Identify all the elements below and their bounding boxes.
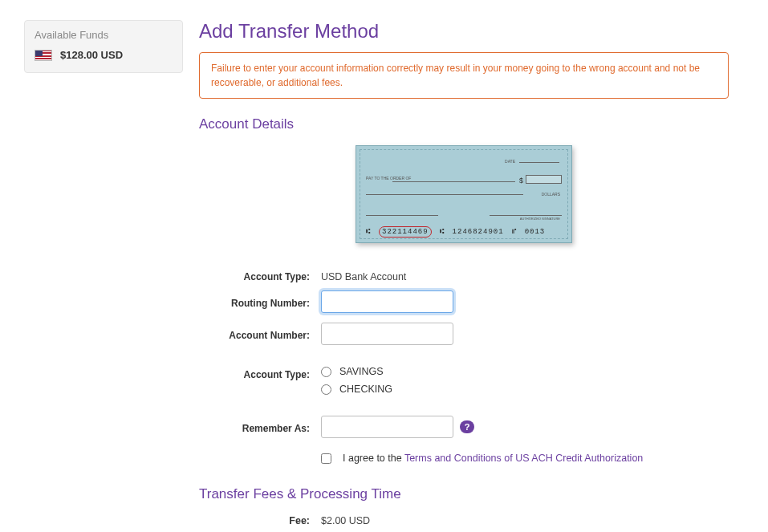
account-number-input[interactable]: [321, 323, 453, 345]
us-flag-icon: [35, 50, 52, 61]
help-icon[interactable]: ?: [460, 420, 474, 433]
radio-savings-input[interactable]: [321, 367, 331, 377]
check-date-label: DATE: [505, 159, 515, 164]
available-funds-box: Available Funds $128.00 USD: [24, 20, 183, 73]
radio-savings-label: SAVINGS: [339, 366, 384, 377]
radio-checking-label: CHECKING: [339, 384, 392, 395]
agree-row: I agree to the Terms and Conditions of U…: [321, 453, 729, 464]
label-account-type: Account Type:: [199, 268, 310, 282]
section-fees: Transfer Fees & Processing Time: [199, 486, 729, 502]
check-micr-line: ⑆ 322114469 ⑆ 1246824901 ⑈ 0013: [366, 226, 562, 238]
radio-checking-input[interactable]: [321, 384, 331, 395]
check-illustration: DATE PAY TO THE ORDER OF $ DOLLARS AUTHO…: [356, 145, 572, 243]
check-payto-label: PAY TO THE ORDER OF: [366, 177, 411, 181]
available-funds-title: Available Funds: [35, 29, 173, 41]
check-signature-label: AUTHORIZED SIGNATURE: [520, 217, 560, 221]
value-fee: $2.00 USD: [321, 515, 370, 526]
radio-checking[interactable]: CHECKING: [321, 384, 392, 395]
available-funds-amount: $128.00 USD: [60, 49, 123, 61]
check-number-sample: 0013: [525, 228, 546, 236]
section-account-details: Account Details: [199, 116, 729, 132]
check-dollars-label: DOLLARS: [542, 192, 560, 197]
label-account-number: Account Number:: [199, 327, 310, 341]
agree-checkbox[interactable]: [321, 453, 331, 464]
check-routing-highlight: 322114469: [379, 226, 432, 238]
main-content: Add Transfer Method Failure to enter you…: [199, 20, 729, 532]
remember-as-input[interactable]: [321, 416, 453, 438]
label-remember-as: Remember As:: [199, 420, 310, 434]
routing-number-input[interactable]: [321, 290, 453, 313]
agree-prefix: I agree to the: [343, 453, 404, 464]
page-title: Add Transfer Method: [199, 20, 729, 43]
radio-savings[interactable]: SAVINGS: [321, 366, 392, 377]
sidebar: Available Funds $128.00 USD: [24, 20, 183, 73]
warning-alert: Failure to enter your account informatio…: [199, 52, 729, 99]
label-fee: Fee:: [199, 515, 310, 526]
label-routing-number: Routing Number:: [199, 294, 310, 309]
value-account-type: USD Bank Account: [321, 268, 406, 282]
check-illustration-wrap: DATE PAY TO THE ORDER OF $ DOLLARS AUTHO…: [199, 145, 729, 246]
terms-link[interactable]: Terms and Conditions of US ACH Credit Au…: [404, 453, 643, 464]
label-account-type-2: Account Type:: [199, 366, 310, 380]
check-account-sample: 1246824901: [453, 228, 504, 236]
